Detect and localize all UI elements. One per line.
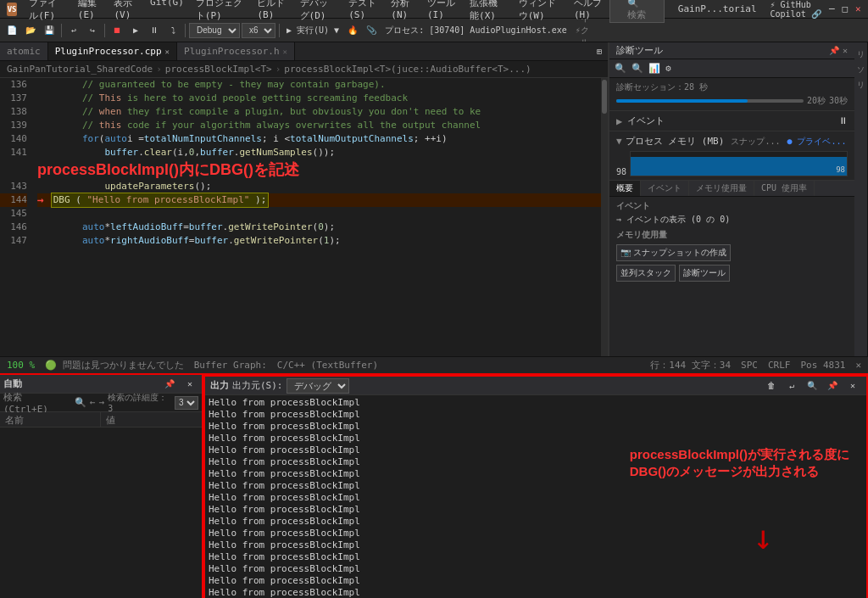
code-line-138: // when they first compile a plugin, but… [37, 105, 601, 119]
redo-btn[interactable]: ↪ [84, 22, 101, 39]
search-detail-combo[interactable]: 3 [175, 396, 198, 410]
output-annotation-line2: DBG()のメッセージが出力される [630, 463, 849, 480]
diag-pause-btn[interactable]: ⏸ [838, 115, 848, 126]
menu-edit[interactable]: 編集(E) [73, 0, 108, 24]
menu-tools[interactable]: ツール(I) [422, 0, 463, 24]
new-btn[interactable]: 📄 [3, 22, 20, 39]
maximize-button[interactable]: □ [842, 3, 848, 15]
editor-zoom: 100 % [7, 360, 35, 371]
tab-atomic[interactable]: atomic [0, 42, 48, 61]
minimize-button[interactable]: ─ [829, 3, 835, 15]
menu-debug[interactable]: デバッグ(D) [295, 0, 342, 24]
tab-plugin-processor-cpp[interactable]: PluginProcessor.cpp ✕ [48, 42, 177, 61]
save-btn[interactable]: 💾 [41, 22, 58, 39]
breadcrumb-method[interactable]: processBlockImpl<T>(juce::AudioBuffer<T>… [284, 64, 531, 75]
editor-pos-label: Pos 4831 [800, 360, 845, 371]
editor-scrollbar[interactable] [601, 78, 608, 356]
attach-btn[interactable]: 📎 [363, 22, 380, 39]
diag-search-btn[interactable]: 🔍 [615, 63, 626, 74]
diag-settings-btn[interactable]: ⚙ [665, 63, 671, 74]
code-editor[interactable]: 136 137 138 139 140 141 143 144 145 146 … [0, 78, 608, 356]
diag-zoom-btn[interactable]: 🔍 [632, 63, 643, 74]
output-toolbar: 出力 出力元(S): デバッグ 🗑 ↵ 🔍 📌 ✕ [205, 377, 866, 395]
auto-search-bar: 検索 (Ctrl+E) 🔍 ← → 検索の詳細度：3 3 [0, 394, 202, 412]
diag-chart-btn[interactable]: 📊 [648, 63, 660, 74]
menu-window[interactable]: ウィンドウ(W) [514, 0, 567, 24]
code-line-147: auto * rightAudioBuff = buffer . getWrit… [37, 234, 601, 248]
output-line-4: Hello from processBlockImpl [209, 433, 863, 444]
github-copilot[interactable]: ⚡ GitHub Copilot 🔗 [771, 0, 822, 19]
ln-139: 139 [0, 119, 27, 132]
sidebar-icon-2[interactable]: ソ [855, 61, 866, 70]
tab-close-cpp[interactable]: ✕ [165, 48, 170, 56]
search-nav-prev[interactable]: ← [90, 397, 96, 408]
auto-close-btn[interactable]: ✕ [181, 376, 198, 393]
platform-combo[interactable]: x64 [242, 23, 275, 38]
sidebar-icon-3[interactable]: リ [855, 76, 866, 85]
output-clear-btn[interactable]: 🗑 [763, 377, 780, 394]
pause-btn[interactable]: ⏸ [146, 22, 163, 39]
diag-tool-btn[interactable]: 診断ツール [679, 265, 730, 282]
diag-memory-expand[interactable]: ▼ [616, 136, 622, 147]
editor-encoding: SPC [741, 360, 758, 371]
search-box[interactable]: 🔍 検索 [609, 0, 665, 23]
search-nav-next[interactable]: → [99, 397, 105, 408]
mem-usage-title: メモリ使用量 [616, 229, 848, 241]
output-source-combo[interactable]: デバッグ [287, 378, 349, 394]
breakpoint-btn[interactable]: ⏹ [108, 22, 125, 39]
output-wrap-btn[interactable]: ↵ [783, 377, 800, 394]
snapshot-btn[interactable]: 📷 スナップショットの作成 [616, 244, 731, 261]
output-close-btn[interactable]: ✕ [844, 377, 861, 394]
menu-git[interactable]: Git(G) [145, 0, 189, 24]
code-line-146: auto * leftAudioBuff = buffer . getWrite… [37, 221, 601, 234]
diag-snap-label: スナップ... [731, 136, 780, 148]
output-pin-btn[interactable]: 📌 [824, 377, 841, 394]
diag-tab-events[interactable]: イベント [641, 181, 689, 196]
sidebar-icon-1[interactable]: リ [855, 46, 866, 54]
menu-file[interactable]: ファイル(F) [24, 0, 71, 24]
diag-event-expand[interactable]: ▶ [616, 115, 622, 127]
editor-close-btn[interactable]: ✕ [855, 360, 861, 371]
menu-analyze[interactable]: 分析(N) [386, 0, 420, 24]
diag-slider[interactable] [616, 99, 804, 103]
menu-view[interactable]: 表示(V) [108, 0, 143, 24]
start-debug-btn[interactable]: ▶ [127, 22, 144, 39]
output-line-3: Hello from processBlockImpl [209, 421, 863, 433]
breadcrumb: GainPanTutorial_SharedCode › processBloc… [0, 61, 608, 78]
breadcrumb-project[interactable]: GainPanTutorial_SharedCode [7, 64, 153, 75]
diagnostics-title: 診断ツール [616, 44, 663, 57]
breadcrumb-sep1: › [156, 64, 162, 75]
menu-extensions[interactable]: 拡張機能(X) [465, 0, 512, 24]
diag-tab-cpu[interactable]: CPU 使用率 [754, 181, 815, 196]
tab-plugin-processor-h[interactable]: PluginProcessor.h ✕ [177, 42, 295, 61]
panel-close-btn[interactable]: ✕ [843, 46, 848, 55]
undo-btn[interactable]: ↩ [65, 22, 82, 39]
process-info: ▶ 実行(U) ▼ [283, 25, 342, 36]
auto-pin-btn[interactable]: 📌 [161, 376, 178, 393]
menu-project[interactable]: プロジェクト(P) [191, 0, 251, 24]
ln-137: 137 [0, 92, 27, 105]
diag-toolbar: 🔍 🔍 📊 ⚙ [609, 59, 854, 78]
close-button[interactable]: ✕ [855, 3, 861, 15]
diag-tab-overview[interactable]: 概要 [609, 181, 641, 196]
tab-close-h[interactable]: ✕ [283, 48, 287, 56]
lifecycle-btn[interactable]: ⚡ ライフサイクルイベント [576, 22, 593, 39]
panel-pin-btn[interactable]: 📌 [829, 46, 839, 55]
menu-build[interactable]: ビルド(B) [252, 0, 292, 24]
open-btn[interactable]: 📂 [22, 22, 39, 39]
output-annotation: processBlockImpl()が実行される度に DBG()のメッセージが出… [630, 446, 849, 479]
code-line-143: updateParameters (); [37, 180, 601, 193]
debug-config-combo[interactable]: Debug [189, 23, 240, 38]
breadcrumb-class[interactable]: processBlockImpl<T> [165, 64, 272, 75]
parallel-stack-btn[interactable]: 並列スタック [616, 265, 676, 282]
diag-tab-memory[interactable]: メモリ使用量 [689, 181, 754, 196]
code-line-144: → DBG ( "Hello from processBlockImpl" ); [37, 193, 601, 207]
run-btn[interactable]: 🔥 [344, 22, 361, 39]
split-editor-btn[interactable]: ⊞ [591, 43, 608, 60]
step-over-btn[interactable]: ⤵ [164, 22, 181, 39]
ln-142 [0, 159, 27, 180]
output-find-btn[interactable]: 🔍 [804, 377, 821, 394]
menu-test[interactable]: テスト(S) [343, 0, 384, 24]
code-text[interactable]: // guaranteed to be empty - they may con… [34, 78, 601, 356]
auto-content [0, 428, 202, 598]
